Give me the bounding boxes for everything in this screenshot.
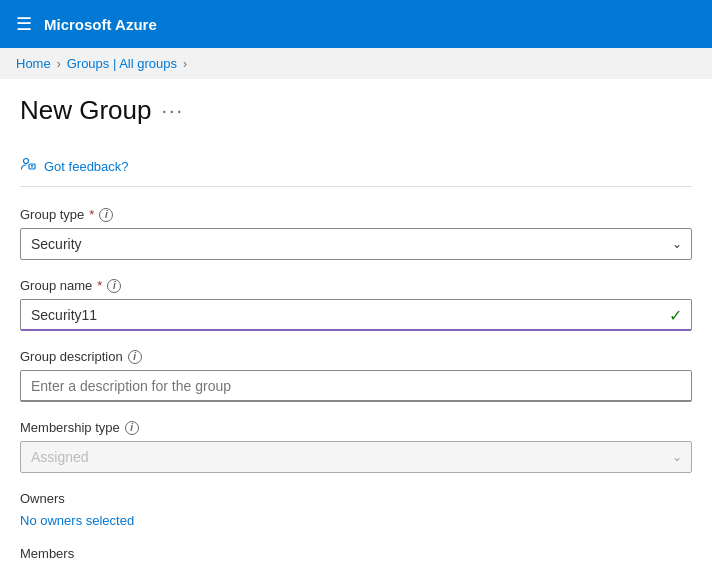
members-section: Members No members selected [20,546,692,561]
group-name-required: * [97,278,102,293]
owners-section: Owners No owners selected [20,491,692,528]
group-description-label: Group description i [20,349,692,364]
breadcrumb-groups[interactable]: Groups | All groups [67,56,177,71]
app-title: Microsoft Azure [44,16,157,33]
no-owners-link[interactable]: No owners selected [20,513,134,528]
owners-label: Owners [20,491,692,506]
page-options-icon[interactable]: ··· [162,99,185,122]
members-label: Members [20,546,692,561]
group-name-input[interactable] [20,299,692,331]
top-bar: ☰ Microsoft Azure [0,0,712,48]
group-name-info-icon[interactable]: i [107,279,121,293]
membership-type-label: Membership type i [20,420,692,435]
group-name-input-wrapper: ✓ [20,299,692,331]
hamburger-icon[interactable]: ☰ [16,13,32,35]
svg-point-0 [24,159,29,164]
group-description-info-icon[interactable]: i [128,350,142,364]
membership-type-select-wrapper: Assigned ⌄ [20,441,692,473]
group-type-required: * [89,207,94,222]
feedback-icon [20,156,36,176]
group-type-field: Group type * i Security Microsoft 365 ⌄ [20,207,692,260]
page-content: New Group ··· Got feedback? Group type *… [0,79,712,561]
group-description-field: Group description i [20,349,692,402]
membership-type-info-icon[interactable]: i [125,421,139,435]
membership-type-field: Membership type i Assigned ⌄ [20,420,692,473]
page-title: New Group [20,95,152,126]
group-name-field: Group name * i ✓ [20,278,692,331]
group-type-info-icon[interactable]: i [99,208,113,222]
group-description-input[interactable] [20,370,692,402]
group-type-select[interactable]: Security Microsoft 365 [20,228,692,260]
membership-type-select[interactable]: Assigned [20,441,692,473]
group-description-input-wrapper [20,370,692,402]
feedback-bar: Got feedback? [20,146,692,187]
group-name-valid-icon: ✓ [669,306,682,325]
group-name-label: Group name * i [20,278,692,293]
group-type-label: Group type * i [20,207,692,222]
breadcrumb-sep-1: › [57,57,61,71]
breadcrumb-home[interactable]: Home [16,56,51,71]
breadcrumb-sep-2: › [183,57,187,71]
breadcrumb: Home › Groups | All groups › [0,48,712,79]
group-type-select-wrapper: Security Microsoft 365 ⌄ [20,228,692,260]
feedback-link[interactable]: Got feedback? [44,159,129,174]
page-title-row: New Group ··· [20,95,692,126]
